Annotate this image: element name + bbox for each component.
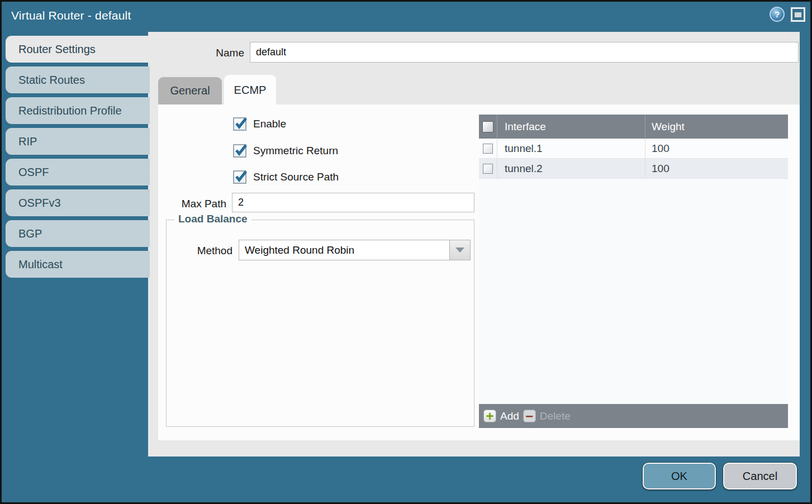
- sidebar-item-rip[interactable]: RIP: [6, 128, 150, 155]
- header-checkbox-cell: [479, 115, 497, 139]
- add-button-label: Add: [500, 410, 519, 422]
- load-balance-group: Load Balance Method Weighted Round Robin: [166, 220, 474, 427]
- load-balance-legend: Load Balance: [174, 213, 251, 225]
- check-icon: [234, 116, 248, 131]
- name-label: Name: [179, 44, 244, 63]
- ecmp-tab-panel: Enable Symmetric Return Strict Source Pa…: [158, 104, 800, 440]
- enable-row: Enable: [233, 117, 286, 131]
- table-row[interactable]: tunnel.2 100: [479, 159, 788, 179]
- sidebar-item-multicast[interactable]: Multicast: [6, 251, 150, 278]
- table-header: Interface Weight: [479, 115, 788, 139]
- cell-weight: 100: [645, 159, 788, 178]
- table-row[interactable]: tunnel.1 100: [479, 139, 788, 159]
- window-restore-icon[interactable]: [791, 7, 805, 22]
- tab-ecmp[interactable]: ECMP: [224, 75, 276, 105]
- symmetric-return-label: Symmetric Return: [253, 145, 338, 157]
- virtual-router-dialog: Virtual Router - default ? Router Settin…: [0, 0, 812, 504]
- name-input[interactable]: [250, 42, 799, 63]
- method-label: Method: [179, 241, 232, 261]
- method-selected-value: Weighted Round Robin: [245, 240, 354, 260]
- delete-button[interactable]: − Delete: [523, 410, 571, 422]
- table-empty-area: [479, 179, 788, 404]
- strict-source-path-checkbox[interactable]: [233, 170, 246, 184]
- sidebar-item-bgp[interactable]: BGP: [6, 220, 150, 247]
- check-icon: [234, 169, 248, 184]
- sidebar-item-ospfv3[interactable]: OSPFv3: [6, 189, 150, 216]
- max-path-input[interactable]: [232, 193, 474, 212]
- sidebar: Router Settings Static Routes Redistribu…: [6, 36, 150, 282]
- symmetric-return-checkbox[interactable]: [233, 144, 246, 158]
- cell-interface: tunnel.2: [497, 163, 645, 175]
- select-all-checkbox[interactable]: [482, 121, 493, 132]
- delete-button-label: Delete: [540, 410, 571, 422]
- interface-table: Interface Weight tunnel.1 100 tunnel.2 1…: [479, 115, 788, 428]
- cell-interface: tunnel.1: [497, 142, 645, 155]
- strict-source-path-row: Strict Source Path: [233, 170, 339, 184]
- dropdown-button[interactable]: [449, 240, 470, 260]
- check-icon: [234, 143, 248, 158]
- row-checkbox[interactable]: [483, 144, 493, 154]
- sidebar-item-static-routes[interactable]: Static Routes: [6, 66, 150, 93]
- ok-button[interactable]: OK: [643, 463, 716, 489]
- minus-icon: −: [523, 410, 536, 422]
- enable-label: Enable: [253, 118, 286, 130]
- row-checkbox-cell: [479, 159, 497, 178]
- symmetric-return-row: Symmetric Return: [233, 144, 338, 158]
- help-icon[interactable]: ?: [770, 7, 785, 22]
- window-restore-icon-inner: [795, 12, 801, 17]
- method-dropdown[interactable]: Weighted Round Robin: [239, 240, 471, 260]
- table-toolbar: + Add − Delete: [479, 404, 788, 428]
- dialog-title: Virtual Router - default: [11, 9, 131, 22]
- main-panel: Name General ECMP Enable Symm: [148, 32, 800, 457]
- cancel-button[interactable]: Cancel: [723, 463, 797, 489]
- help-icon-glyph: ?: [775, 9, 780, 19]
- max-path-label: Max Path: [158, 194, 226, 213]
- column-header-interface: Interface: [497, 121, 645, 133]
- column-header-weight: Weight: [645, 115, 788, 139]
- sidebar-item-redistribution-profile[interactable]: Redistribution Profile: [6, 97, 150, 124]
- enable-checkbox[interactable]: [233, 117, 246, 131]
- plus-icon: +: [483, 410, 496, 422]
- sidebar-item-ospf[interactable]: OSPF: [6, 159, 150, 186]
- chevron-down-icon: [455, 248, 464, 253]
- tab-general[interactable]: General: [158, 77, 222, 104]
- strict-source-path-label: Strict Source Path: [253, 171, 339, 183]
- sidebar-item-router-settings[interactable]: Router Settings: [6, 36, 150, 63]
- add-button[interactable]: + Add: [483, 410, 519, 422]
- row-checkbox[interactable]: [483, 164, 493, 174]
- cell-weight: 100: [645, 139, 788, 158]
- row-checkbox-cell: [479, 139, 497, 158]
